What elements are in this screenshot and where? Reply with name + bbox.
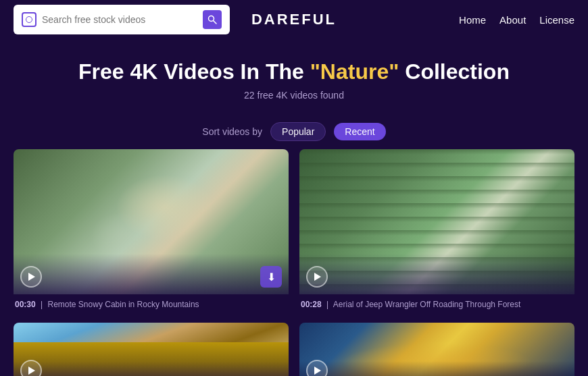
play-icon-4 xyxy=(314,367,321,375)
title-suffix: Collection xyxy=(399,59,510,84)
video-card-3[interactable] xyxy=(14,323,289,376)
video-duration-1: 00:30 xyxy=(15,300,36,309)
title-highlight: "Nature" xyxy=(310,59,399,84)
sort-recent-button[interactable]: Recent xyxy=(334,123,385,140)
header: DAREFUL Home About License xyxy=(0,0,588,39)
play-icon-2 xyxy=(314,273,321,281)
meta-separator-1: | xyxy=(41,300,43,309)
sort-label: Sort videos by xyxy=(202,126,262,137)
page-title: Free 4K Videos In The "Nature" Collectio… xyxy=(14,59,574,84)
play-button-1[interactable] xyxy=(20,266,42,288)
nav-home[interactable]: Home xyxy=(459,14,486,26)
play-button-2[interactable] xyxy=(306,266,328,288)
search-icon-circle xyxy=(26,16,32,23)
play-icon-1 xyxy=(28,273,35,281)
video-title-2: Aerial of Jeep Wrangler Off Roading Thro… xyxy=(333,300,520,309)
video-grid: ⬇ 00:30 | Remote Snowy Cabin in Rocky Mo… xyxy=(0,149,588,376)
svg-line-1 xyxy=(214,21,217,24)
video-card-1[interactable]: ⬇ 00:30 | Remote Snowy Cabin in Rocky Mo… xyxy=(14,149,289,312)
search-icon xyxy=(22,12,36,27)
play-icon-3 xyxy=(28,367,35,375)
video-meta-2: 00:28 | Aerial of Jeep Wrangler Off Road… xyxy=(299,294,574,312)
meta-separator-2: | xyxy=(326,300,328,309)
video-thumbnail-1: ⬇ xyxy=(14,149,289,294)
play-button-4[interactable] xyxy=(306,360,328,376)
video-title-1: Remote Snowy Cabin in Rocky Mountains xyxy=(48,300,199,309)
nav-license[interactable]: License xyxy=(539,14,574,26)
video-thumbnail-2 xyxy=(299,149,574,294)
sort-popular-button[interactable]: Popular xyxy=(270,122,326,141)
play-button-3[interactable] xyxy=(20,360,42,376)
search-button[interactable] xyxy=(203,10,222,29)
video-card-2[interactable]: 00:28 | Aerial of Jeep Wrangler Off Road… xyxy=(299,149,574,312)
title-prefix: Free 4K Videos In The xyxy=(78,59,310,84)
download-button-1[interactable]: ⬇ xyxy=(260,266,282,288)
nav: Home About License xyxy=(459,14,574,26)
sort-bar: Sort videos by Popular Recent xyxy=(0,114,588,149)
video-count: 22 free 4K videos found xyxy=(14,90,574,101)
download-icon-1: ⬇ xyxy=(267,271,276,284)
video-thumbnail-4 xyxy=(299,323,574,376)
search-bar xyxy=(14,5,230,34)
video-duration-2: 00:28 xyxy=(301,300,322,309)
site-logo[interactable]: DAREFUL xyxy=(251,11,337,28)
search-input[interactable] xyxy=(42,14,197,25)
nav-about[interactable]: About xyxy=(499,14,526,26)
video-meta-1: 00:30 | Remote Snowy Cabin in Rocky Moun… xyxy=(14,294,289,312)
video-card-4[interactable] xyxy=(299,323,574,376)
search-submit-icon xyxy=(207,15,217,24)
video-thumbnail-3 xyxy=(14,323,289,376)
hero-section: Free 4K Videos In The "Nature" Collectio… xyxy=(0,39,588,114)
